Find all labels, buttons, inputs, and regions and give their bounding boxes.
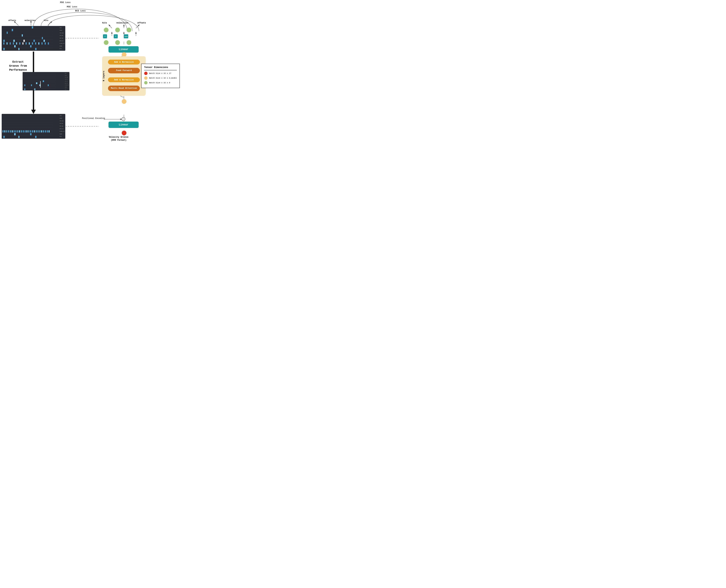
svg-rect-100 [21, 130, 22, 132]
output-circle-6 [127, 40, 131, 45]
drum-panel-bot: RIDE CRASH TOM HIGH TOM MID TOM LOW OPEN… [2, 114, 65, 139]
svg-rect-94 [10, 130, 11, 132]
svg-line-2 [48, 21, 52, 25]
label-tom-low: TOM LOW [60, 38, 65, 39]
legend-text-2: Batch Size x 32 x d_model [149, 77, 177, 79]
svg-rect-36 [22, 34, 23, 37]
sigma-1-box: σ [103, 34, 107, 38]
svg-rect-103 [26, 130, 27, 132]
svg-rect-55 [42, 42, 43, 45]
red-node-input [122, 131, 126, 135]
drum-beats-svg-top [2, 26, 60, 51]
legend-peach-circle [144, 76, 148, 80]
svg-rect-78 [24, 88, 25, 90]
legend-green-circle [144, 81, 148, 84]
output-circles-row [104, 28, 131, 32]
svg-rect-46 [13, 42, 14, 45]
svg-rect-115 [48, 130, 49, 132]
red-circle-input [122, 131, 126, 136]
sigma-2-box: σ [114, 34, 118, 38]
svg-rect-39 [14, 40, 15, 42]
velocities-label: velocities [24, 19, 36, 21]
svg-rect-59 [30, 45, 31, 47]
svg-rect-62 [35, 48, 37, 50]
svg-rect-112 [43, 130, 44, 132]
hits-label: hits [44, 19, 48, 21]
input-labels-row: offsets velocities hits [8, 19, 48, 21]
svg-rect-116 [14, 133, 16, 135]
tanh-group: tanh [124, 34, 128, 38]
offsets-output-label: offsets [137, 22, 146, 24]
output-circles-row-2 [104, 40, 131, 45]
plus-circle-container: + [122, 117, 125, 121]
svg-rect-80 [40, 81, 41, 88]
label-ride: RIDE [60, 27, 65, 28]
svg-rect-101 [23, 130, 24, 132]
n-layers-label: N layers [103, 71, 105, 81]
svg-rect-120 [35, 136, 37, 138]
svg-rect-97 [15, 130, 16, 132]
label-snare: SNARE [60, 46, 65, 47]
output-circle-2 [115, 28, 120, 32]
offsets-label: offsets [8, 19, 16, 21]
svg-rect-42 [44, 40, 45, 42]
svg-rect-106 [32, 130, 33, 132]
hits-output-label-group: hits [102, 22, 107, 24]
velocity-groove-label: Velocity Groove(HVO Format) [109, 136, 128, 142]
legend-text-3: Batch Size x 32 x 9 [149, 82, 170, 84]
drum-labels-mid: RIDE CRASH TOM HIGH TOM MID TOM LOW OPEN… [65, 72, 69, 90]
svg-rect-96 [14, 130, 15, 132]
add-norm-top: Add & Normalize [108, 60, 140, 64]
svg-rect-102 [25, 130, 26, 132]
bce-loss-label: BCE Loss [75, 9, 86, 12]
svg-rect-48 [19, 42, 20, 45]
svg-rect-56 [45, 42, 46, 45]
extract-groove-text: ExtractGroove fromPerformance [9, 60, 27, 72]
label-tom-mid: TOM MID [60, 35, 65, 36]
svg-rect-111 [41, 130, 42, 132]
drum-labels-bot: RIDE CRASH TOM HIGH TOM MID TOM LOW OPEN… [60, 114, 65, 139]
tensor-dimensions-legend: Tensor Dimensions Batch Size x 32 x 27 B… [141, 64, 180, 88]
svg-rect-72 [43, 80, 44, 82]
svg-rect-45 [10, 42, 11, 45]
svg-rect-95 [12, 130, 13, 132]
svg-rect-74 [24, 84, 25, 86]
svg-rect-119 [18, 136, 19, 138]
hits-output-label: hits [102, 22, 107, 24]
svg-rect-33 [32, 26, 33, 28]
legend-title: Tensor Dimensions [144, 66, 177, 69]
multi-head-box: Multi-Head Attention [108, 86, 140, 91]
svg-rect-118 [3, 136, 5, 138]
svg-rect-75 [31, 84, 32, 86]
velocity-groove-text: Velocity Groove(HVO Format) [109, 136, 128, 141]
svg-rect-54 [38, 42, 39, 45]
linear-bot-box: Linear [108, 122, 138, 128]
peach-node-bot [122, 99, 126, 104]
label-open-hat: OPEN HAT [60, 41, 65, 42]
svg-rect-107 [34, 130, 35, 132]
svg-rect-105 [30, 130, 31, 132]
svg-rect-61 [18, 48, 19, 50]
offsets-output-label-group: offsets [137, 22, 146, 24]
svg-rect-114 [47, 130, 48, 132]
svg-rect-104 [28, 130, 29, 132]
svg-rect-44 [6, 42, 7, 45]
svg-rect-51 [29, 42, 30, 45]
svg-rect-77 [48, 84, 49, 86]
velocities-output-label-group: velocities [116, 22, 128, 24]
svg-rect-35 [7, 31, 8, 34]
svg-rect-110 [39, 130, 40, 132]
drum-beats-svg-mid [23, 72, 62, 90]
output-circle-4 [104, 40, 108, 45]
svg-rect-37 [42, 37, 43, 39]
transformer-block: N layers Add & Normalize Feed Forward Ad… [102, 56, 146, 96]
label-kick: KICK [60, 48, 65, 49]
legend-text-1: Batch Size x 32 x 27 [149, 72, 171, 75]
svg-line-0 [14, 21, 18, 25]
output-circle-1 [104, 28, 108, 32]
svg-rect-60 [3, 48, 5, 50]
svg-rect-108 [36, 130, 37, 132]
sigma-2-group: σ [114, 34, 118, 38]
svg-rect-93 [8, 130, 9, 132]
svg-rect-91 [4, 130, 5, 132]
